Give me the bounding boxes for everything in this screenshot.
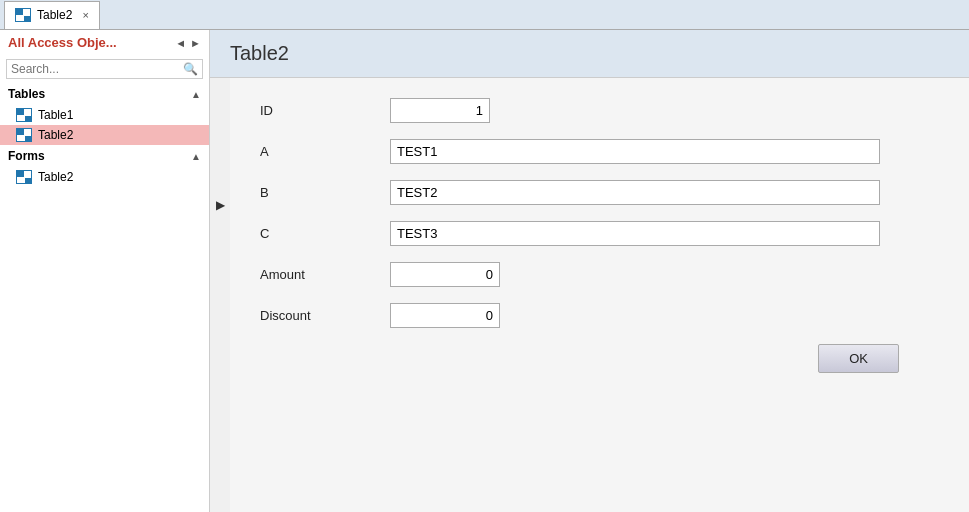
sidebar-nav-right-icon[interactable]: ►: [190, 37, 201, 49]
form-row-c: C: [260, 221, 939, 246]
page-title: Table2: [230, 42, 289, 64]
label-discount: Discount: [260, 308, 390, 323]
label-id: ID: [260, 103, 390, 118]
tab-bar: Table2 ×: [0, 0, 969, 30]
sidebar-item-table2-forms-label: Table2: [38, 170, 73, 184]
table1-icon: [16, 108, 32, 122]
search-input[interactable]: [11, 62, 183, 76]
input-c[interactable]: [390, 221, 880, 246]
input-b[interactable]: [390, 180, 880, 205]
sidebar-item-table2-forms[interactable]: Table2: [0, 167, 209, 187]
tab-label: Table2: [37, 8, 72, 22]
arrow-column: ▶: [210, 78, 230, 512]
input-a[interactable]: [390, 139, 880, 164]
input-discount[interactable]: [390, 303, 500, 328]
tables-collapse-icon[interactable]: ▲: [191, 89, 201, 100]
table2-icon: [16, 128, 32, 142]
form-row-id: ID: [260, 98, 939, 123]
table2-forms-icon: [16, 170, 32, 184]
form-container: ID A B C: [230, 78, 969, 512]
main-layout: All Access Obje... ◄ ► 🔍 Tables ▲ Table1: [0, 30, 969, 512]
section-forms-label: Forms: [8, 149, 45, 163]
sidebar-title: All Access Obje... ◄ ►: [0, 30, 209, 55]
sidebar-nav-left-icon[interactable]: ◄: [175, 37, 186, 49]
content-body: ▶ ID A B: [210, 78, 969, 512]
ok-row: OK: [260, 344, 939, 373]
sidebar-item-table1-label: Table1: [38, 108, 73, 122]
sidebar-item-table2-tables[interactable]: Table2: [0, 125, 209, 145]
search-icon: 🔍: [183, 62, 198, 76]
form-row-amount: Amount: [260, 262, 939, 287]
label-c: C: [260, 226, 390, 241]
tab-close-button[interactable]: ×: [82, 9, 88, 21]
record-arrow-icon: ▶: [216, 198, 225, 212]
label-b: B: [260, 185, 390, 200]
label-amount: Amount: [260, 267, 390, 282]
ok-button[interactable]: OK: [818, 344, 899, 373]
content-area: Table2 ▶ ID A: [210, 30, 969, 512]
section-header-forms: Forms ▲: [0, 145, 209, 167]
input-amount[interactable]: [390, 262, 500, 287]
page-header: Table2: [210, 30, 969, 78]
form-row-discount: Discount: [260, 303, 939, 328]
input-id[interactable]: [390, 98, 490, 123]
section-header-tables: Tables ▲: [0, 83, 209, 105]
sidebar: All Access Obje... ◄ ► 🔍 Tables ▲ Table1: [0, 30, 210, 512]
form-row-a: A: [260, 139, 939, 164]
tab-table-icon: [15, 8, 31, 22]
search-box[interactable]: 🔍: [6, 59, 203, 79]
section-tables-label: Tables: [8, 87, 45, 101]
forms-collapse-icon[interactable]: ▲: [191, 151, 201, 162]
sidebar-item-table2-tables-label: Table2: [38, 128, 73, 142]
sidebar-title-icons: ◄ ►: [175, 37, 201, 49]
sidebar-title-text: All Access Obje...: [8, 35, 117, 50]
table2-tab[interactable]: Table2 ×: [4, 1, 100, 29]
sidebar-item-table1[interactable]: Table1: [0, 105, 209, 125]
label-a: A: [260, 144, 390, 159]
form-row-b: B: [260, 180, 939, 205]
